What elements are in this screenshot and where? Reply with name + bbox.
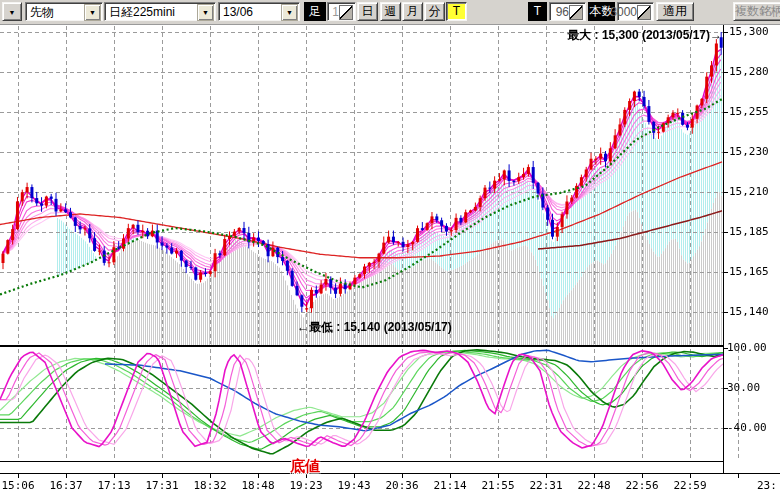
time-axis-label: 21:14 bbox=[428, 479, 472, 492]
interval-field[interactable]: 1 bbox=[327, 2, 356, 21]
spinner-icon[interactable] bbox=[339, 5, 353, 20]
bar-count-field[interactable]: 3000 bbox=[617, 2, 654, 21]
symbol-select[interactable]: 日経225mini ▼ bbox=[104, 2, 216, 21]
category-value: 先物 bbox=[30, 4, 54, 20]
oscillator-axis-label: 100.00 bbox=[727, 341, 767, 354]
price-axis-label: 15,280 bbox=[729, 65, 769, 78]
oscillator-axis-label: 30.00 bbox=[727, 381, 760, 394]
time-axis-label: 17:13 bbox=[92, 479, 136, 492]
period-day-button[interactable]: 日 bbox=[357, 2, 378, 21]
tick-count-label: T bbox=[528, 2, 547, 21]
price-axis-label: 15,165 bbox=[729, 265, 769, 278]
price-axis-label: 15,140 bbox=[729, 305, 769, 318]
time-axis-label: 19:23 bbox=[284, 479, 328, 492]
time-axis-label: 22:59 bbox=[668, 479, 712, 492]
chevron-down-icon[interactable]: ▼ bbox=[281, 4, 298, 21]
tick-count-value: 96 bbox=[556, 4, 569, 20]
chevron-down-icon: ▼ bbox=[9, 9, 16, 16]
time-axis-label: 22:56 bbox=[620, 479, 664, 492]
price-axis-label: 15,230 bbox=[729, 145, 769, 158]
time-axis-label: 23: bbox=[757, 479, 777, 492]
bar-count-value: 3000 bbox=[610, 4, 637, 20]
toolbar: ▼ 先物 ▼ 日経225mini ▼ 13/06 ▼ 足 1 日 週 月 分 T… bbox=[0, 0, 780, 25]
interval-value: 1 bbox=[332, 4, 339, 20]
app-window: ▼ 先物 ▼ 日経225mini ▼ 13/06 ▼ 足 1 日 週 月 分 T… bbox=[0, 0, 780, 500]
contract-month-value: 13/06 bbox=[223, 4, 253, 20]
annotation-max-price: 最大 : 15,300 (2013/05/17)→ bbox=[567, 27, 722, 44]
time-axis-label: 19:43 bbox=[332, 479, 376, 492]
spinner-icon[interactable] bbox=[569, 5, 583, 20]
period-week-button[interactable]: 週 bbox=[380, 2, 401, 21]
chart-canvas[interactable] bbox=[0, 0, 780, 500]
annotation-bottom-value: 底値 bbox=[290, 457, 320, 476]
price-axis-label: 15,185 bbox=[729, 225, 769, 238]
annotation-min-price: ←最低 : 15,140 (2013/05/17) bbox=[297, 319, 452, 336]
time-axis-label: 22:31 bbox=[524, 479, 568, 492]
symbol-value: 日経225mini bbox=[109, 4, 175, 20]
time-axis-label: 21:55 bbox=[476, 479, 520, 492]
price-axis-label: 15,300 bbox=[729, 25, 769, 38]
price-axis-label: 15,255 bbox=[729, 105, 769, 118]
mini-dropdown[interactable]: ▼ bbox=[2, 2, 22, 21]
period-tick-button[interactable]: T bbox=[446, 2, 467, 21]
period-minute-button[interactable]: 分 bbox=[424, 2, 445, 21]
time-axis-label: 18:48 bbox=[236, 479, 280, 492]
multi-symbol-button[interactable]: 複数銘柄 bbox=[733, 2, 780, 21]
contract-month-select[interactable]: 13/06 ▼ bbox=[218, 2, 300, 21]
time-axis-label: 15:06 bbox=[0, 479, 40, 492]
time-axis-label: 20:36 bbox=[380, 479, 424, 492]
oscillator-axis-label: -40.00 bbox=[727, 421, 767, 434]
time-axis-label: 16:37 bbox=[44, 479, 88, 492]
chevron-down-icon[interactable]: ▼ bbox=[197, 4, 214, 21]
apply-button[interactable]: 適用 bbox=[656, 2, 694, 21]
time-axis-label: 22:48 bbox=[572, 479, 616, 492]
spinner-icon[interactable] bbox=[637, 5, 651, 20]
price-axis-label: 15,210 bbox=[729, 185, 769, 198]
bar-type-label: 足 bbox=[304, 2, 326, 21]
time-axis-label: 17:31 bbox=[140, 479, 184, 492]
period-month-button[interactable]: 月 bbox=[402, 2, 423, 21]
time-axis-label: 18:32 bbox=[188, 479, 232, 492]
category-select[interactable]: 先物 ▼ bbox=[25, 2, 103, 21]
chevron-down-icon[interactable]: ▼ bbox=[84, 4, 101, 21]
tick-count-field[interactable]: 96 bbox=[549, 2, 586, 21]
